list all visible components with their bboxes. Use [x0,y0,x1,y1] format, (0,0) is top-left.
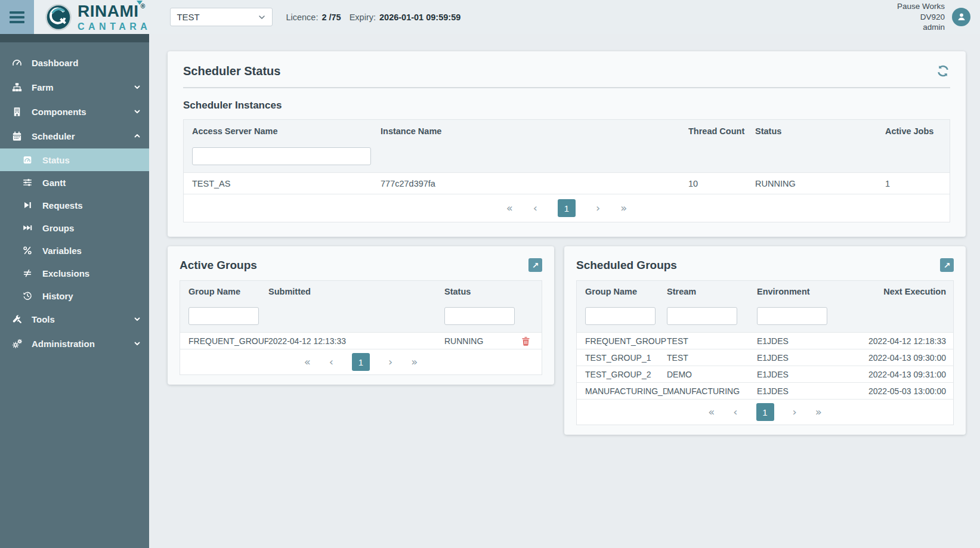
status-gauge-icon [21,154,33,165]
group-name-cell: TEST_GROUP_1 [577,353,667,363]
sidebar-item-exclusions[interactable]: Exclusions [0,262,149,284]
table-row[interactable]: TEST_GROUP_2 DEMO E1JDES 2022-04-13 09:3… [577,366,953,382]
chevron-down-icon [134,82,141,92]
column-header: Instance Name [381,126,688,136]
sitemap-icon [11,82,23,93]
next-page-button[interactable]: › [388,357,392,367]
current-page-button[interactable]: 1 [558,199,576,217]
group-name-cell: FREQUENT_GROUP [577,336,667,346]
sidebar-item-components[interactable]: Components [0,100,149,124]
user-avatar-icon[interactable] [952,8,970,26]
first-page-button[interactable]: « [506,203,513,213]
group-name-filter-input[interactable] [188,307,259,325]
licence-bar: Licence: 2 /75 Expiry: 2026-01-01 09:59:… [286,13,469,22]
environment-cell: E1JDES [757,353,845,363]
table-row[interactable]: FREQUENT_GROUP 2022-04-12 12:13:33 RUNNI… [180,332,542,349]
column-header: Status [444,287,521,296]
logo-accent [137,1,143,5]
fast-forward-icon [21,222,33,233]
last-page-button[interactable]: » [815,407,822,417]
sidebar-top-strip [0,34,149,42]
last-page-button[interactable]: » [411,357,418,367]
sidebar: Dashboard Farm [0,34,149,548]
card-title: Scheduled Groups [576,259,677,272]
logo-word-rinami: RINAMI [78,3,139,20]
next-execution-cell: 2022-04-13 09:31:00 [845,370,953,379]
external-link-icon[interactable]: ↗ [528,258,542,272]
table-row[interactable]: TEST_GROUP_1 TEST E1JDES 2022-04-13 09:3… [577,349,953,366]
environment-select[interactable]: TEST [170,8,273,26]
previous-page-button[interactable]: ‹ [329,357,333,367]
sidebar-item-farm[interactable]: Farm [0,75,149,100]
stream-cell: TEST [667,353,757,363]
sidebar-item-status[interactable]: Status [0,148,149,171]
sidebar-item-gantt[interactable]: Gantt [0,171,149,194]
next-execution-cell: 2022-04-12 12:18:33 [845,336,953,346]
previous-page-button[interactable]: ‹ [533,203,537,213]
percent-icon [21,245,33,256]
column-header: Status [755,126,885,136]
sidebar-item-label: Components [32,107,125,117]
environment-cell: E1JDES [757,386,845,396]
previous-page-button[interactable]: ‹ [733,407,737,417]
sidebar-item-label: Dashboard [32,58,141,68]
column-header: Stream [667,287,757,296]
sidebar-item-requests[interactable]: Requests [0,194,149,216]
table-row[interactable]: FREQUENT_GROUP TEST E1JDES 2022-04-12 12… [577,332,953,349]
column-header: Access Server Name [184,126,381,136]
sidebar-item-groups[interactable]: Groups [0,216,149,239]
sidebar-item-label: History [42,291,141,301]
delete-group-button[interactable] [521,336,542,346]
gears-icon [11,338,23,349]
first-page-button[interactable]: « [708,407,715,417]
user-info: Pause Works DV920 admin [897,1,945,33]
sidebar-item-history[interactable]: History [0,284,149,307]
status-filter-input[interactable] [444,307,515,325]
last-page-button[interactable]: » [620,203,627,213]
stream-filter-input[interactable] [667,307,737,325]
current-page-button[interactable]: 1 [756,403,774,421]
card-title: Active Groups [180,259,257,272]
first-page-button[interactable]: « [304,357,311,367]
group-name-filter-input[interactable] [585,307,656,325]
next-page-button[interactable]: › [793,407,797,417]
group-name-cell: FREQUENT_GROUP [180,336,268,346]
stream-cell: TEST [667,336,757,346]
next-page-button[interactable]: › [596,203,600,213]
sidebar-item-variables[interactable]: Variables [0,239,149,262]
logo-mark-icon [45,4,72,31]
scheduled-groups-card: Scheduled Groups ↗ Group Name Stream Env… [564,246,966,435]
next-execution-cell: 2022-04-13 09:30:00 [845,353,953,363]
scheduler-status-card: Scheduler Status Scheduler Instances Acc… [168,51,966,237]
group-name-cell: TEST_GROUP_2 [577,370,667,379]
user-company: Pause Works [897,1,945,12]
logo-text: RINAMI ® CANTARA [78,3,151,32]
sidebar-item-label: Status [42,155,141,165]
external-link-icon[interactable]: ↗ [940,258,954,272]
sidebar-item-administration[interactable]: Administration [0,332,149,356]
gauge-icon [11,57,23,69]
environment-filter-input[interactable] [757,307,827,325]
access-server-name-filter-input[interactable] [192,147,371,165]
current-page-button[interactable]: 1 [352,353,370,371]
active-groups-card: Active Groups ↗ Group Name Submitted Sta… [168,246,554,385]
calendar-icon [11,131,23,142]
user-name: admin [897,22,945,33]
not-equal-icon [21,268,33,278]
sidebar-item-dashboard[interactable]: Dashboard [0,51,149,75]
refresh-icon[interactable] [936,64,950,78]
environment-cell: E1JDES [757,370,845,379]
sidebar-item-scheduler[interactable]: Scheduler [0,124,149,148]
hamburger-menu-icon[interactable] [0,0,34,34]
building-icon [11,106,23,117]
table-row[interactable]: MANUFACTURING_DAY_ MANUFACTURING E1JDES … [577,382,953,399]
table-row[interactable]: TEST_AS 777c27d397fa 10 RUNNING 1 [184,172,950,194]
column-header: Environment [757,287,845,296]
hamburger-bar [10,16,24,18]
step-forward-icon [21,200,33,210]
chevron-down-icon [134,107,141,117]
column-header: Active Jobs [885,126,950,136]
logo-word-cantara: CANTARA [78,22,151,32]
access-server-name-cell: TEST_AS [184,179,381,188]
sidebar-item-tools[interactable]: Tools [0,307,149,332]
